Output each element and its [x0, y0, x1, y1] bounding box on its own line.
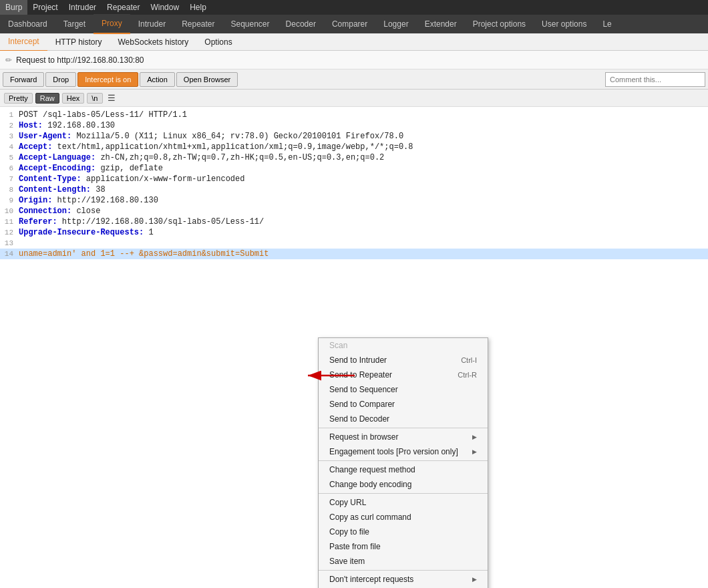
ctx-item-12[interactable]: Copy to file	[319, 525, 488, 539]
tab-extender[interactable]: Extender	[417, 15, 465, 33]
ctx-label-12: Copy to file	[329, 527, 369, 537]
hex-button[interactable]: Hex	[62, 93, 85, 104]
ctx-label-8: Change request method	[329, 465, 415, 474]
tab-user-options[interactable]: User options	[534, 15, 594, 33]
menu-intruder[interactable]: Intruder	[63, 0, 102, 15]
ctx-arrow-7: ▶	[472, 448, 477, 455]
ctx-arrow-15: ▶	[472, 576, 477, 583]
intercept-button[interactable]: Intercept is on	[77, 72, 138, 87]
menu-project[interactable]: Project	[27, 0, 63, 15]
proxy-tab-bar: Intercept HTTP history WebSockets histor…	[0, 33, 708, 51]
line-content-10: Connection: close	[19, 206, 100, 216]
line-content-2: Host: 192.168.80.130	[19, 120, 115, 131]
ln-button[interactable]: \n	[87, 93, 102, 104]
tab-options[interactable]: Options	[196, 33, 240, 51]
code-line-1: 1POST /sql-labs-05/Less-11/ HTTP/1.1	[0, 110, 708, 120]
ctx-item-3[interactable]: Send to Sequencer	[319, 382, 488, 397]
ctx-label-15: Don't intercept requests	[329, 575, 413, 584]
menu-repeater[interactable]: Repeater	[102, 0, 145, 15]
ctx-item-0: Scan	[319, 338, 488, 353]
tab-target[interactable]: Target	[55, 15, 94, 33]
line-number-9: 9	[0, 195, 19, 206]
ctx-label-2: Send to Repeater	[329, 370, 392, 380]
code-line-12: 12Upgrade-Insecure-Requests: 1	[0, 227, 708, 238]
ctx-label-1: Send to Intruder	[329, 355, 387, 365]
line-number-12: 12	[0, 227, 19, 238]
ctx-separator-9	[319, 493, 488, 494]
ctx-label-5: Send to Decoder	[329, 414, 389, 424]
code-line-7: 7Content-Type: application/x-www-form-ur…	[0, 174, 708, 184]
ctx-label-10: Copy URL	[329, 498, 366, 507]
code-line-3: 3User-Agent: Mozilla/5.0 (X11; Linux x86…	[0, 131, 708, 142]
toolbar: Forward Drop Intercept is on Action Open…	[0, 69, 708, 90]
line-number-2: 2	[0, 120, 19, 131]
tab-repeater[interactable]: Repeater	[174, 15, 222, 33]
action-button[interactable]: Action	[140, 72, 175, 87]
line-content-6: Accept-Encoding: gzip, deflate	[19, 163, 163, 174]
code-line-11: 11Referer: http://192.168.80.130/sql-lab…	[0, 216, 708, 227]
menu-burp[interactable]: Burp	[0, 0, 27, 15]
ctx-label-3: Send to Sequencer	[329, 385, 398, 394]
line-content-11: Referer: http://192.168.80.130/sql-labs-…	[19, 216, 264, 227]
tab-le[interactable]: Le	[594, 15, 619, 33]
ctx-item-4[interactable]: Send to Comparer	[319, 397, 488, 412]
tab-logger[interactable]: Logger	[375, 15, 416, 33]
ctx-item-1[interactable]: Send to IntruderCtrl-I	[319, 353, 488, 368]
ctx-item-6[interactable]: Request in browser▶	[319, 430, 488, 444]
line-content-7: Content-Type: application/x-www-form-url…	[19, 174, 244, 184]
ctx-label-13: Paste from file	[329, 542, 381, 551]
comment-input[interactable]	[605, 72, 705, 87]
open-browser-button[interactable]: Open Browser	[176, 72, 238, 87]
line-number-7: 7	[0, 174, 19, 184]
tab-proxy[interactable]: Proxy	[94, 14, 130, 34]
context-menu: ScanSend to IntruderCtrl-ISend to Repeat…	[318, 337, 488, 588]
tab-dashboard[interactable]: Dashboard	[0, 15, 55, 33]
line-number-14: 14	[0, 249, 19, 259]
ctx-shortcut-2: Ctrl-R	[458, 371, 477, 379]
tab-decoder[interactable]: Decoder	[278, 15, 324, 33]
menu-icon[interactable]: ☰	[106, 93, 118, 103]
raw-button[interactable]: Raw	[35, 93, 59, 104]
ctx-arrow-6: ▶	[472, 434, 477, 440]
line-number-3: 3	[0, 131, 19, 142]
tab-websockets-history[interactable]: WebSockets history	[110, 33, 197, 51]
line-number-1: 1	[0, 110, 19, 120]
ctx-label-4: Send to Comparer	[329, 400, 395, 409]
tab-http-history[interactable]: HTTP history	[47, 33, 110, 51]
forward-button[interactable]: Forward	[3, 72, 44, 87]
drop-button[interactable]: Drop	[45, 72, 76, 87]
line-content-12: Upgrade-Insecure-Requests: 1	[19, 227, 154, 238]
line-number-5: 5	[0, 152, 19, 163]
ctx-item-15[interactable]: Don't intercept requests▶	[319, 572, 488, 587]
ctx-item-10[interactable]: Copy URL	[319, 495, 488, 510]
line-content-8: Content-Length: 38	[19, 184, 106, 195]
request-url: Request to http://192.168.80.130:80	[16, 55, 144, 65]
ctx-item-7[interactable]: Engagement tools [Pro version only]▶	[319, 444, 488, 459]
menu-window[interactable]: Window	[145, 0, 184, 15]
tab-sequencer[interactable]: Sequencer	[223, 15, 278, 33]
ctx-label-0: Scan	[329, 341, 347, 350]
line-content-1: POST /sql-labs-05/Less-11/ HTTP/1.1	[19, 110, 187, 120]
ctx-separator-5	[319, 428, 488, 428]
line-content-3: User-Agent: Mozilla/5.0 (X11; Linux x86_…	[19, 131, 403, 142]
line-content-9: Origin: http://192.168.80.130	[19, 195, 158, 206]
code-line-5: 5Accept-Language: zh-CN,zh;q=0.8,zh-TW;q…	[0, 152, 708, 163]
ctx-item-14[interactable]: Save item	[319, 554, 488, 569]
tab-project-options[interactable]: Project options	[465, 15, 534, 33]
ctx-item-11[interactable]: Copy as curl command	[319, 510, 488, 525]
pencil-icon: ✏	[5, 55, 12, 65]
tab-intruder[interactable]: Intruder	[130, 15, 174, 33]
ctx-item-8[interactable]: Change request method	[319, 462, 488, 477]
tab-comparer[interactable]: Comparer	[324, 15, 375, 33]
ctx-item-2[interactable]: Send to RepeaterCtrl-R	[319, 368, 488, 382]
code-line-9: 9Origin: http://192.168.80.130	[0, 195, 708, 206]
line-content-4: Accept: text/html,application/xhtml+xml,…	[19, 142, 413, 152]
ctx-item-13[interactable]: Paste from file	[319, 539, 488, 554]
ctx-label-7: Engagement tools [Pro version only]	[329, 447, 458, 456]
menu-help[interactable]: Help	[184, 0, 212, 15]
pretty-button[interactable]: Pretty	[4, 93, 33, 104]
ctx-item-5[interactable]: Send to Decoder	[319, 412, 488, 426]
code-line-6: 6Accept-Encoding: gzip, deflate	[0, 163, 708, 174]
ctx-item-9[interactable]: Change body encoding	[319, 477, 488, 492]
tab-intercept[interactable]: Intercept	[0, 33, 47, 51]
